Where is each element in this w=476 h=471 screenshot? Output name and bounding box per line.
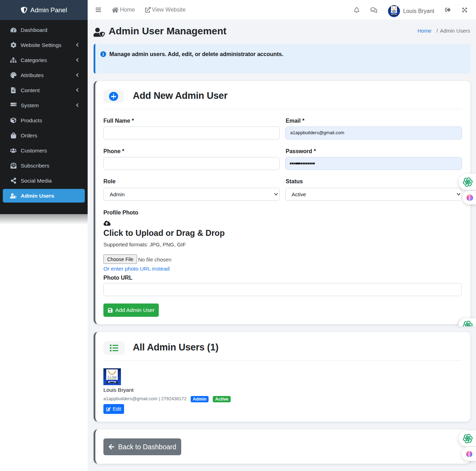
svg-text:A 1 App: A 1 App <box>107 375 117 378</box>
svg-text:BUILDERS: BUILDERS <box>108 378 116 380</box>
